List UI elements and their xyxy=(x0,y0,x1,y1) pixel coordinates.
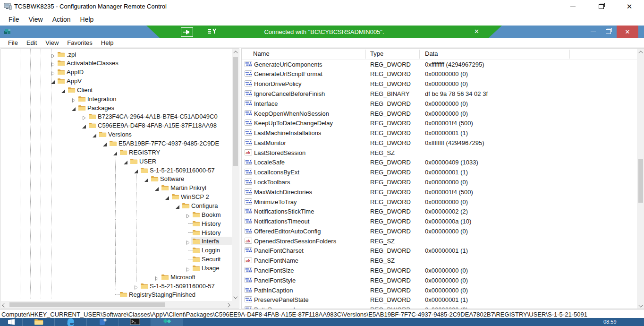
toolbar-list-icon[interactable] xyxy=(208,27,218,36)
inner-menu-favorites[interactable]: Favorites xyxy=(63,39,96,46)
tree-item--zpl[interactable]: .zpl xyxy=(1,50,232,59)
column-divider[interactable] xyxy=(419,50,420,59)
tree-expand-arrow-icon[interactable] xyxy=(134,284,138,291)
column-divider[interactable] xyxy=(365,50,366,59)
value-row-laststoredsession[interactable]: abLastStoredSessionREG_SZ xyxy=(242,148,637,158)
tree-scroll-down-button[interactable] xyxy=(232,293,239,300)
taskbar-file-explorer[interactable] xyxy=(23,318,55,326)
tree-horizontal-scroll-thumb[interactable] xyxy=(9,302,165,307)
tree-item-configura[interactable]: Configura xyxy=(1,201,232,210)
tree-expand-arrow-icon[interactable] xyxy=(51,61,55,68)
tree-scroll-right-button[interactable] xyxy=(225,302,231,308)
tree-item-s-1-5-21-509116000-57[interactable]: S-1-5-21-509116000-57 xyxy=(1,166,232,175)
tree-item-history[interactable]: History xyxy=(1,219,232,228)
taskbar-clock[interactable]: 08:59 xyxy=(603,319,617,325)
tree-collapse-arrow-icon[interactable] xyxy=(103,141,107,148)
value-row-panelfontstyle[interactable]: PanelFontStyleREG_DWORD0x00000000 (0) xyxy=(242,275,637,285)
tree-expand-arrow-icon[interactable] xyxy=(51,52,55,60)
tree-item-winscp-2[interactable]: WinSCP 2 xyxy=(1,192,232,201)
value-row-generateurlscriptformat[interactable]: GenerateUrlScriptFormatREG_DWORD0x000000… xyxy=(242,69,637,79)
value-row-keepopenwhennosession[interactable]: KeepOpenWhenNoSessionREG_DWORD0x00000000… xyxy=(242,109,637,119)
banner-close-icon[interactable]: ✕ xyxy=(474,28,479,35)
tree-collapse-arrow-icon[interactable] xyxy=(113,150,118,157)
outer-menu-help[interactable]: Help xyxy=(76,16,99,23)
tree-collapse-arrow-icon[interactable] xyxy=(93,132,97,139)
value-row-panelfontsize[interactable]: PanelFontSizeREG_DWORD0x00000000 (0) xyxy=(242,266,637,275)
taskbar-blue-app[interactable] xyxy=(87,318,119,326)
value-row-localiconsbyext[interactable]: LocalIconsByExtREG_DWORD0x00000001 (1) xyxy=(242,167,637,177)
value-row-notificationssticktime[interactable]: NotificationsStickTimeREG_DWORD0x0000000… xyxy=(242,206,637,216)
value-row-locktoolbars[interactable]: LockToolbarsREG_DWORD0x00000000 (0) xyxy=(242,177,637,187)
value-row-panelfontcharset[interactable]: PanelFontCharsetREG_DWORD0x00000001 (1) xyxy=(242,246,637,256)
tree-item-integration[interactable]: Integration xyxy=(1,94,232,103)
tree-vertical-scroll-thumb[interactable] xyxy=(233,57,238,166)
value-row-notificationstimeout[interactable]: NotificationsTimeoutREG_DWORD0x0000000a … xyxy=(242,216,637,226)
tree-item-b723f4ca-2964-4a1b-b7e4-c51ad049c0[interactable]: B723F4CA-2964-4A1B-B7E4-C51AD049C0 xyxy=(1,112,232,121)
value-row-ignorecancelbeforefinish[interactable]: IgnoreCancelBeforeFinishREG_BINARYdf bc … xyxy=(242,89,637,99)
tree-item-interfa[interactable]: Interfa xyxy=(1,237,232,246)
value-row-pathincaption[interactable]: PathInCaptionREG_DWORD0x00000000 (0) xyxy=(242,285,637,295)
tree-scroll-left-button[interactable] xyxy=(1,302,8,308)
taskbar-edge[interactable] xyxy=(55,318,87,326)
value-row-localesafe[interactable]: LocaleSafeREG_DWORD0x00000409 (1033) xyxy=(242,157,637,167)
taskbar-remote-control[interactable] xyxy=(151,318,183,326)
list-scroll-up-button[interactable] xyxy=(637,50,644,56)
tree-collapse-arrow-icon[interactable] xyxy=(61,88,66,95)
tree-collapse-arrow-icon[interactable] xyxy=(165,195,169,202)
tree-collapse-arrow-icon[interactable] xyxy=(134,168,138,175)
tree-collapse-arrow-icon[interactable] xyxy=(155,186,159,193)
tree-item-history[interactable]: History xyxy=(1,228,232,237)
tree-item-martin-prikryl[interactable]: Martin Prikryl xyxy=(1,183,232,192)
value-row-panelfontname[interactable]: abPanelFontNameREG_SZ xyxy=(242,256,637,266)
tree-item-packages[interactable]: Packages xyxy=(1,103,232,112)
tree-collapse-arrow-icon[interactable] xyxy=(176,204,180,211)
tree-expand-arrow-icon[interactable] xyxy=(155,275,159,282)
start-button[interactable] xyxy=(0,318,23,326)
tree-collapse-arrow-icon[interactable] xyxy=(82,123,86,130)
tree-expand-arrow-icon[interactable] xyxy=(82,114,86,121)
inner-minimize-button[interactable] xyxy=(585,26,601,38)
value-row-maxwatchdirectories[interactable]: MaxWatchDirectoriesREG_DWORD0x000001f4 (… xyxy=(242,187,637,197)
outer-menu-file[interactable]: File xyxy=(4,16,24,23)
value-row-generateurlcomponents[interactable]: GenerateUrlComponentsREG_DWORD0xffffffff… xyxy=(242,60,637,69)
tree-expand-arrow-icon[interactable] xyxy=(186,239,190,246)
tree-item-activatableclasses[interactable]: ActivatableClasses xyxy=(1,59,232,68)
tree-item-c596ee9a-d4f8-4fab-a15e-87f118aa98[interactable]: C596EE9A-D4F8-4FAB-A15E-87F118AA98 xyxy=(1,121,232,130)
tree-expand-arrow-icon[interactable] xyxy=(72,97,76,104)
value-row-keepuptodatechangedelay[interactable]: KeepUpToDateChangeDelayREG_DWORD0x000001… xyxy=(242,118,637,128)
list-vertical-scroll-thumb[interactable] xyxy=(638,159,643,203)
inner-restore-button[interactable] xyxy=(601,26,616,38)
tree-item-securit[interactable]: Securit xyxy=(1,255,232,264)
tree-item-appid[interactable]: AppID xyxy=(1,68,232,77)
value-row-offerededitorautoconfig[interactable]: OfferedEditorAutoConfigREG_DWORD0x000000… xyxy=(242,226,637,236)
value-row-lastmachineinstallations[interactable]: LastMachineInstallationsREG_DWORD0x00000… xyxy=(242,128,637,138)
tree-item-bookm[interactable]: Bookm xyxy=(1,210,232,219)
tree-item-usage[interactable]: Usage xyxy=(1,264,232,273)
value-row-lastmonitor[interactable]: LastMonitorREG_DWORD0xffffffff (42949672… xyxy=(242,138,637,148)
tree-scroll-up-button[interactable] xyxy=(232,50,239,56)
inner-menu-view[interactable]: View xyxy=(41,39,63,46)
taskbar-command-prompt[interactable] xyxy=(119,318,151,326)
tree-expand-arrow-icon[interactable] xyxy=(186,266,190,273)
tree-collapse-arrow-icon[interactable] xyxy=(144,177,149,184)
value-row-interface[interactable]: InterfaceREG_DWORD0x00000000 (0) xyxy=(242,99,637,109)
list-scroll-down-button[interactable] xyxy=(637,302,644,309)
outer-minimize-button[interactable] xyxy=(565,0,581,13)
pin-icon[interactable] xyxy=(181,27,193,37)
tree-expand-arrow-icon[interactable] xyxy=(186,213,190,220)
tree-collapse-arrow-icon[interactable] xyxy=(124,159,128,166)
tree-item-versions[interactable]: Versions xyxy=(1,130,232,139)
value-row-preservepanelstate[interactable]: PreservePanelStateREG_DWORD0x00000001 (1… xyxy=(242,295,637,305)
tree-expand-arrow-icon[interactable] xyxy=(51,70,55,77)
inner-close-button[interactable]: ✕ xyxy=(617,26,638,38)
tree-collapse-arrow-icon[interactable] xyxy=(72,106,76,113)
tree-item-e5ab19bf-7f7c-4937-9485-2c9de[interactable]: E5AB19BF-7F7C-4937-9485-2C9DE xyxy=(1,139,232,148)
tree-item-s-1-5-21-509116000-57[interactable]: S-1-5-21-509116000-57 xyxy=(1,282,232,291)
value-row-honordrivepolicy[interactable]: HonorDrivePolicyREG_DWORD0x00000000 (0) xyxy=(242,79,637,89)
value-row-puttypassword[interactable]: PuttyPasswordREG_DWORD0x00000000 (0) xyxy=(242,305,637,309)
tree-item-appv[interactable]: AppV xyxy=(1,77,232,86)
value-row-openedstoredsessionfolders[interactable]: abOpenedStoredSessionFoldersREG_SZ xyxy=(242,236,637,246)
tree-item-loggin[interactable]: Loggin xyxy=(1,246,232,255)
outer-restore-button[interactable] xyxy=(593,0,609,13)
tree-item-registrystagingfinished[interactable]: RegistryStagingFinished xyxy=(1,290,232,299)
